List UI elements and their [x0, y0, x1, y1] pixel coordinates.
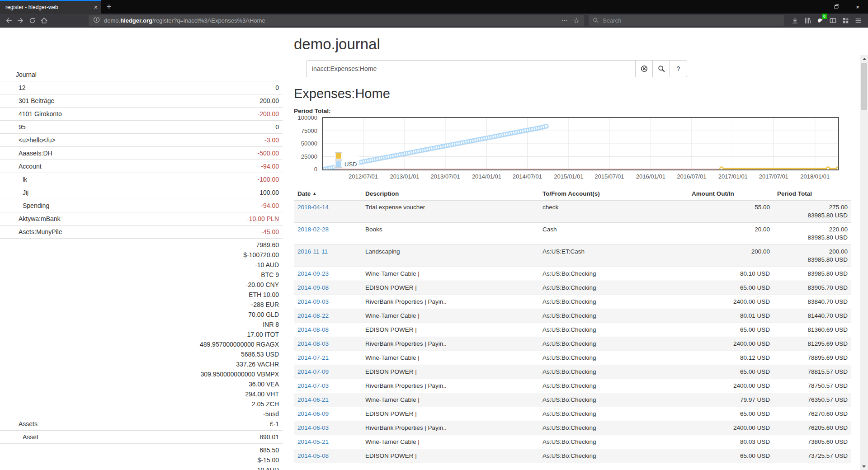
search-submit-button[interactable]	[652, 60, 670, 77]
column-header[interactable]: Description	[362, 188, 539, 200]
menu-hamburger-icon[interactable]	[852, 14, 864, 26]
transaction-description: EDISON POWER |	[362, 323, 539, 337]
page-actions-icon[interactable]: ⋯	[561, 17, 568, 24]
reload-icon[interactable]	[26, 14, 38, 26]
transaction-account: As:US:Bo:Checking	[539, 295, 688, 309]
chart-legend: USD	[335, 151, 359, 169]
journal-link[interactable]: Journal	[0, 70, 37, 80]
account-balance: -94.00	[261, 201, 279, 211]
help-button[interactable]: ?	[670, 60, 687, 77]
account-balance: -3.00	[264, 135, 279, 145]
period-total: 78815.57 USD	[774, 365, 851, 379]
register-header-row: Date▲DescriptionTo/From Account(s)Amount…	[294, 188, 851, 200]
account-link[interactable]: <u>hello</u>	[0, 135, 56, 145]
register-row: 2014-08-22Wine-Tarner Cable |As:US:Bo:Ch…	[294, 309, 851, 323]
y-axis-tick-label: 25000	[294, 154, 317, 160]
tab-close-icon[interactable]: ×	[94, 4, 98, 11]
account-link[interactable]: 12	[0, 83, 26, 93]
transaction-date-link[interactable]: 2018-04-14	[297, 204, 329, 211]
account-link[interactable]: Asets:MunyPile	[0, 227, 62, 237]
account-balance: -200.00	[258, 109, 279, 119]
scrollbar-down-icon[interactable]	[862, 465, 866, 468]
navigation-bar: demo.hledger.org/register?q=inacct%3AExp…	[0, 14, 868, 28]
transaction-date-link[interactable]: 2014-08-03	[297, 340, 329, 347]
transaction-date-link[interactable]: 2014-06-09	[297, 410, 329, 417]
register-row: 2014-07-21Wine-Tarner Cable |As:US:Bo:Ch…	[294, 351, 851, 365]
transaction-account: As:US:Bo:Checking	[539, 365, 688, 379]
transaction-date-link[interactable]: 2014-09-08	[297, 284, 329, 291]
clear-query-button[interactable]	[635, 60, 653, 77]
transaction-date-link[interactable]: 2014-07-21	[297, 354, 329, 361]
transaction-description: Trial expense voucher	[362, 200, 539, 223]
browser-tab[interactable]: register - hledger-web ×	[0, 0, 101, 14]
window-controls: − ×	[806, 0, 868, 14]
library-icon[interactable]	[801, 14, 814, 26]
account-link[interactable]: Assets	[0, 419, 38, 429]
account-link[interactable]: Aktywa:mBank	[0, 214, 61, 224]
home-icon[interactable]	[38, 14, 50, 26]
query-input[interactable]	[306, 60, 636, 77]
browser-search-field[interactable]: Search	[589, 15, 784, 26]
account-link[interactable]: Spending	[0, 201, 49, 211]
window-minimize-button[interactable]: −	[806, 0, 826, 14]
transaction-description: EDISON POWER |	[362, 449, 539, 463]
window-close-button[interactable]: ×	[847, 0, 868, 14]
x-axis-tick-label: 2015/07/01	[594, 173, 624, 180]
scrollbar-up-icon[interactable]	[860, 55, 868, 62]
x-axis-tick-label: 2017/01/01	[718, 173, 748, 180]
url-bar[interactable]: demo.hledger.org/register?q=inacct%3AExp…	[89, 15, 584, 26]
transaction-date-link[interactable]: 2014-06-03	[297, 424, 329, 431]
transaction-description: Wine-Tarner Cable |	[362, 351, 539, 365]
bookmark-star-icon[interactable]: ☆	[573, 16, 580, 25]
scrollbar-thumb[interactable]	[861, 63, 867, 110]
column-header[interactable]: Period Total	[774, 188, 851, 200]
transaction-date-link[interactable]: 2018-02-28	[297, 226, 329, 233]
column-header[interactable]: Amount Out/In	[688, 188, 774, 200]
account-link[interactable]: Jij	[0, 188, 28, 197]
account-link[interactable]: 95	[0, 122, 26, 132]
x-axis-tick-label: 2014/01/01	[472, 173, 501, 180]
new-tab-button[interactable]: +	[101, 0, 117, 14]
transaction-date-link[interactable]: 2014-08-22	[297, 312, 329, 319]
sidebar-account-row: Jij100.00	[0, 186, 283, 199]
transaction-description: RiverBank Properties | Payin..	[362, 337, 539, 351]
transaction-date-link[interactable]: 2014-05-21	[297, 438, 329, 445]
window-restore-button[interactable]	[826, 0, 847, 14]
transaction-date-link[interactable]: 2016-11-11	[297, 248, 328, 255]
chart-plot: USD	[322, 117, 839, 170]
pelican-extension-icon[interactable]: 0	[814, 14, 826, 26]
account-link[interactable]: Asset	[0, 432, 38, 442]
account-link[interactable]: 4101 Girokonto	[0, 109, 62, 119]
extensions-grid-icon[interactable]	[839, 14, 852, 26]
transaction-account: As:US:Bo:Checking	[539, 449, 688, 463]
account-link[interactable]: Aaasets:DH	[0, 148, 52, 158]
period-total-chart: USD 02500050000750001000002012/07/012013…	[322, 117, 839, 182]
column-header[interactable]: To/From Account(s)	[539, 188, 688, 200]
transaction-date-link[interactable]: 2014-06-21	[297, 396, 329, 403]
page-scrollbar[interactable]	[860, 55, 868, 470]
account-link[interactable]: Account	[0, 161, 42, 171]
transaction-date-link[interactable]: 2014-05-08	[297, 452, 329, 459]
transaction-date-link[interactable]: 2014-09-23	[297, 270, 329, 277]
sidebar-account-row: Asets:MunyPile-45.00	[0, 226, 283, 239]
column-header[interactable]: Date▲	[294, 188, 362, 200]
account-link[interactable]: 301 Beiträge	[0, 96, 54, 106]
transaction-date-link[interactable]: 2014-07-03	[297, 382, 329, 389]
tab-title: register - hledger-web	[5, 4, 91, 10]
period-total: 81360.69 USD	[774, 323, 851, 337]
transaction-date-link[interactable]: 2014-07-09	[297, 368, 329, 375]
hledger-page: Journal120301 Beiträge200.004101 Girokon…	[0, 28, 868, 470]
transaction-date-link[interactable]: 2014-09-03	[297, 298, 329, 305]
period-total: 83840.70 USD	[774, 295, 851, 309]
url-text[interactable]: demo.hledger.org/register?q=inacct%3AExp…	[104, 17, 561, 24]
transaction-description: Landscaping	[362, 245, 539, 267]
download-icon[interactable]	[788, 14, 801, 26]
legend-label: USD	[344, 161, 357, 168]
sidebars-icon[interactable]	[826, 14, 839, 26]
back-icon[interactable]	[3, 14, 14, 26]
account-link[interactable]: lk	[0, 174, 27, 184]
x-axis-tick-label: 2013/01/01	[390, 173, 419, 180]
site-info-icon[interactable]	[93, 16, 100, 24]
transaction-date-link[interactable]: 2014-08-08	[297, 326, 329, 333]
forward-icon[interactable]	[14, 14, 26, 26]
